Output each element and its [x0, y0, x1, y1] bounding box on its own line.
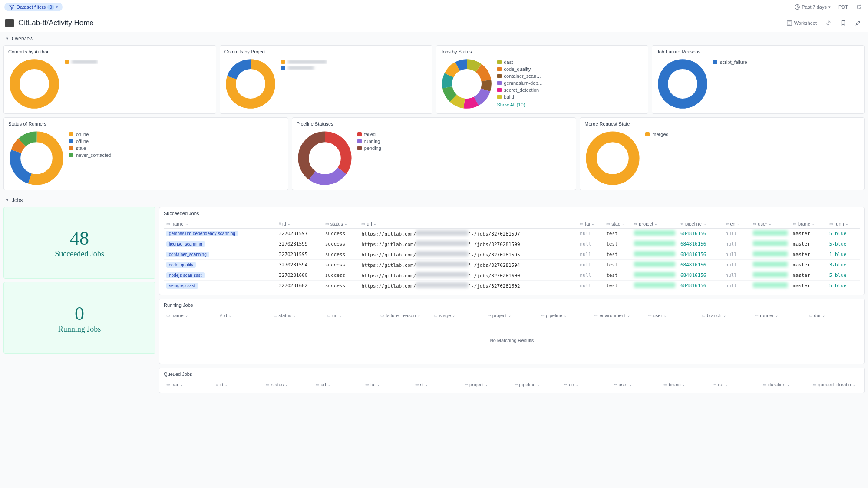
legend-item[interactable]: dast: [497, 60, 543, 65]
col-fai[interactable]: ▭fai ⌄: [363, 380, 413, 389]
legend-item[interactable]: merged: [645, 132, 668, 137]
worksheet-link[interactable]: Worksheet: [785, 19, 818, 27]
col-status[interactable]: ▭status ⌄: [323, 219, 359, 229]
col-name[interactable]: ▭name ⌄: [164, 219, 276, 229]
col-stage[interactable]: ▭stage ⌄: [431, 311, 485, 320]
metric-running[interactable]: 0 Running Jobs: [3, 282, 155, 354]
dataset-filters-pill[interactable]: Dataset filters 0 ▾: [4, 3, 63, 11]
col-pipeline[interactable]: ⇔pipeline ⌄: [512, 380, 562, 389]
col-id[interactable]: #id ⌄: [217, 311, 271, 320]
job-name-badge[interactable]: semgrep-sast: [166, 283, 198, 289]
col-en[interactable]: ⇔en ⌄: [561, 380, 611, 389]
pipeline-link[interactable]: 684816156: [680, 272, 706, 278]
timerange-picker[interactable]: Past 7 days ▾: [792, 3, 832, 11]
legend-item[interactable]: gemnasium-dep…: [497, 80, 543, 86]
card-commits-by-project[interactable]: Commits by Project: [220, 45, 432, 114]
legend-item[interactable]: [65, 60, 98, 64]
col-branc[interactable]: ▭branc ⌄: [790, 219, 827, 229]
col-user[interactable]: ⇔user ⌄: [611, 380, 661, 389]
col-stag[interactable]: ▭stag ⌄: [604, 219, 631, 229]
overview-header[interactable]: ▼ Overview: [0, 32, 868, 45]
card-commits-by-author[interactable]: Commits by Author: [3, 45, 216, 114]
pipeline-link[interactable]: 684816156: [680, 241, 706, 247]
legend-item[interactable]: pending: [357, 146, 381, 151]
show-all-link[interactable]: Show All (10): [497, 102, 543, 107]
legend-item[interactable]: stale: [69, 146, 111, 151]
job-name-badge[interactable]: code_quality: [166, 262, 196, 268]
col-status[interactable]: ▭status ⌄: [271, 311, 324, 320]
table-row[interactable]: nodejs-scan-sast3270281600successhttps:/…: [164, 270, 860, 281]
col-project[interactable]: ⇔project ⌄: [485, 311, 538, 320]
col-user[interactable]: ⇔user ⌄: [646, 311, 699, 320]
legend-item[interactable]: online: [69, 132, 111, 137]
col-en[interactable]: ⇔en ⌄: [723, 219, 751, 229]
col-duration[interactable]: ▭duration ⌄: [760, 380, 810, 389]
col-pipeline[interactable]: ⇔pipeline ⌄: [678, 219, 723, 229]
col-project[interactable]: ⇔project ⌄: [462, 380, 512, 389]
job-name-badge[interactable]: container_scanning: [166, 252, 209, 257]
card-pipeline[interactable]: Pipeline Statuses failed running pending: [292, 117, 577, 190]
job-name-badge[interactable]: gemnasium-dependency-scanning: [166, 231, 238, 236]
card-jobs-by-status[interactable]: Jobs by Status dast code_quality contain…: [436, 45, 649, 114]
table-row[interactable]: container_scanning3270281595successhttps…: [164, 249, 860, 260]
col-environment[interactable]: ⇔environment ⌄: [592, 311, 645, 320]
col-user[interactable]: ⇔user ⌄: [750, 219, 790, 229]
legend-item[interactable]: failed: [357, 132, 381, 137]
table-row[interactable]: semgrep-sast3270281602successhttps://git…: [164, 281, 860, 291]
card-title: Merge Request State: [584, 121, 860, 126]
col-rui[interactable]: ⇔rui ⌄: [711, 380, 761, 389]
col-name[interactable]: ▭name ⌄: [164, 311, 217, 320]
table-row[interactable]: code_quality3270281594successhttps://git…: [164, 260, 860, 270]
col-dur[interactable]: ▭dur ⌄: [806, 311, 860, 320]
col-fai[interactable]: ▭fai ⌄: [577, 219, 604, 229]
link-button[interactable]: [824, 19, 833, 27]
table-row[interactable]: license_scanning3270281599successhttps:/…: [164, 239, 860, 249]
bookmark-button[interactable]: [838, 19, 848, 27]
legend-item[interactable]: container_scan…: [497, 73, 543, 79]
col-status[interactable]: ▭status ⌄: [263, 380, 313, 389]
legend-item[interactable]: running: [357, 139, 381, 144]
col-id[interactable]: #id ⌄: [276, 219, 323, 229]
jobs-header[interactable]: ▼ Jobs: [0, 194, 868, 207]
col-url[interactable]: ▭url ⌄: [359, 219, 577, 229]
col-runn[interactable]: ▭runn ⌄: [827, 219, 860, 229]
legend-item[interactable]: [281, 66, 327, 70]
card-title: Pipeline Statuses: [297, 121, 572, 126]
pipeline-link[interactable]: 684816156: [680, 252, 706, 257]
refresh-button[interactable]: [854, 3, 864, 11]
svg-point-4: [231, 64, 270, 104]
card-merge[interactable]: Merge Request State merged: [580, 117, 865, 190]
col-pipeline[interactable]: ⇔pipeline ⌄: [538, 311, 592, 320]
table-row[interactable]: gemnasium-dependency-scanning3270281597s…: [164, 229, 860, 239]
col-project[interactable]: ⇔project ⌄: [631, 219, 678, 229]
pipeline-link[interactable]: 684816156: [680, 231, 706, 236]
col-id[interactable]: #id ⌄: [214, 380, 264, 389]
metric-succeeded[interactable]: 48 Succeeded Jobs: [3, 207, 155, 279]
swatch: [357, 139, 362, 143]
col-failure_reason[interactable]: ▭failure_reason ⌄: [378, 311, 431, 320]
col-nar[interactable]: ▭nar ⌄: [164, 380, 214, 389]
pipeline-link[interactable]: 684816156: [680, 262, 706, 268]
job-name-badge[interactable]: license_scanning: [166, 241, 205, 247]
col-branch[interactable]: ▭branch ⌄: [699, 311, 752, 320]
card-job-failure[interactable]: Job Failure Reasons script_failure: [652, 45, 865, 114]
legend-item[interactable]: build: [497, 94, 543, 100]
legend-item[interactable]: script_failure: [713, 60, 747, 65]
edit-button[interactable]: [853, 19, 863, 27]
job-name-badge[interactable]: nodejs-scan-sast: [166, 272, 205, 278]
col-runner[interactable]: ⇔runner ⌄: [752, 311, 806, 320]
card-runners[interactable]: Status of Runners online offline stale n…: [3, 117, 288, 190]
pipeline-link[interactable]: 684816156: [680, 283, 706, 289]
col-st[interactable]: ▭st ⌄: [413, 380, 462, 389]
col-url[interactable]: ▭url ⌄: [313, 380, 363, 389]
col-queued_duratio[interactable]: ▭queued_duratio ⌄: [810, 380, 860, 389]
legend-item[interactable]: secret_detection: [497, 87, 543, 93]
col-url[interactable]: ▭url ⌄: [324, 311, 378, 320]
legend-item[interactable]: code_quality: [497, 66, 543, 72]
caret-down-icon: ▼: [5, 37, 9, 41]
legend-item[interactable]: offline: [69, 139, 111, 144]
col-branc[interactable]: ▭branc ⌄: [661, 380, 711, 389]
legend-item[interactable]: [281, 60, 327, 64]
legend-item[interactable]: never_contacted: [69, 153, 111, 158]
timezone[interactable]: PDT: [837, 3, 850, 10]
